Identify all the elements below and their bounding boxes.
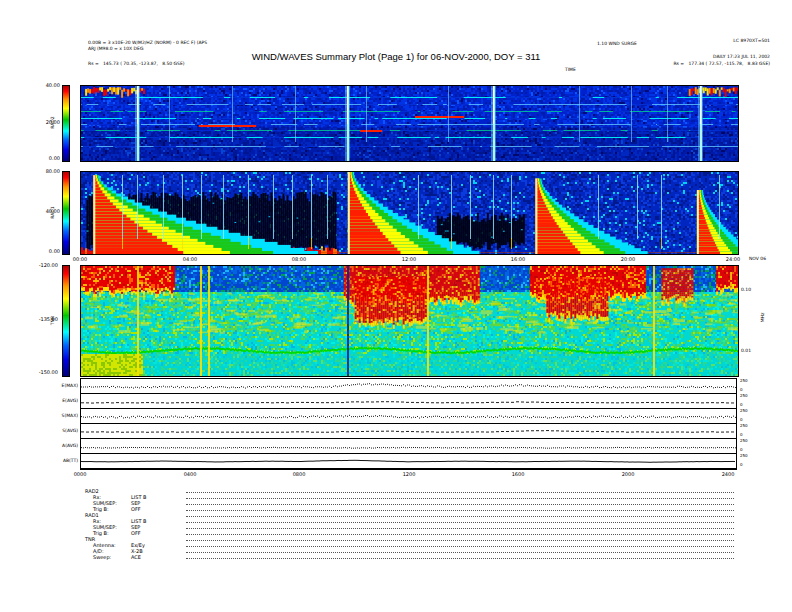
trace-right-tick: 0 bbox=[740, 403, 743, 407]
dotted-leader bbox=[186, 540, 734, 541]
rad2-colorbar bbox=[62, 85, 70, 162]
trace-label: AB(TT) bbox=[40, 458, 78, 463]
dotted-leader bbox=[186, 528, 734, 529]
time-tick: 2400 bbox=[722, 471, 735, 477]
time-tick: 0800 bbox=[293, 471, 306, 477]
trace-right-tick: 250 bbox=[740, 424, 748, 428]
trace-right-tick: 0 bbox=[740, 433, 743, 437]
tnr-spectrogram bbox=[80, 265, 739, 377]
time-tick: 1200 bbox=[403, 471, 416, 477]
rad2-axis-label: RAD2 bbox=[50, 108, 55, 138]
rad1-axis-label: RAD1 bbox=[50, 198, 55, 228]
plot-id-label: LC 8970XT=501 bbox=[660, 38, 770, 43]
trace-right-tick: 250 bbox=[740, 439, 748, 443]
trace-right-tick: 0 bbox=[740, 388, 743, 392]
wind-waves-summary-page: { "header": { "title": "WIND/WAVES Summa… bbox=[0, 0, 792, 612]
trace-right-tick: 250 bbox=[740, 394, 748, 398]
time-tick: 2000 bbox=[622, 471, 635, 477]
version-label: 1.10 WND SURGE bbox=[597, 41, 637, 46]
dotted-leader bbox=[186, 552, 734, 553]
rad1-colorbar bbox=[62, 171, 70, 255]
dotted-leader bbox=[186, 492, 734, 493]
dotted-leader bbox=[186, 546, 734, 547]
trace-right-tick: 250 bbox=[740, 379, 748, 383]
tnr-right-unit: MHz bbox=[760, 308, 765, 328]
trace-right-tick: 0 bbox=[740, 448, 743, 452]
dotted-leader bbox=[186, 534, 734, 535]
time-tick: 1600 bbox=[512, 471, 525, 477]
legend-value: OFF bbox=[131, 530, 183, 536]
time-tick: 08:00 bbox=[292, 256, 306, 262]
instrument-status-legend: RAD2 Rx:LIST B SUM/SEP:SEP Trig B:OFF RA… bbox=[85, 488, 737, 560]
dotted-leader bbox=[186, 504, 734, 505]
colorbar-tick: 40.00 bbox=[30, 82, 60, 88]
rad2-spectrogram bbox=[80, 85, 739, 162]
trace-label: S(MAX) bbox=[40, 413, 78, 418]
line-panel-stack bbox=[80, 378, 737, 470]
trace-label: E(MAX) bbox=[40, 383, 78, 388]
trace-right-tick: 0 bbox=[740, 463, 743, 467]
spacecraft-position-end: Rs = 177.34 ( 72.57, -115.78, 8.83 GSE) bbox=[610, 61, 770, 66]
time-tick: 20:00 bbox=[621, 256, 635, 262]
trace-right-tick: 250 bbox=[740, 409, 748, 413]
time-tick: 16:00 bbox=[511, 256, 525, 262]
legend-row: Sweep:ACE bbox=[85, 554, 737, 560]
colorbar-tick: -150.00 bbox=[28, 369, 58, 375]
colorbar-tick: 80.00 bbox=[30, 168, 60, 174]
time-tick: 0400 bbox=[184, 471, 197, 477]
generation-timestamp: DAILY 17:23 JUL 11, 2002 bbox=[620, 54, 770, 59]
colorbar-tick: 20.00 bbox=[30, 119, 60, 125]
colorbar-tick: 40.00 bbox=[30, 208, 60, 214]
dotted-leader bbox=[186, 558, 734, 559]
trace-label: E(AVG) bbox=[40, 398, 78, 403]
tnr-colorbar bbox=[62, 265, 70, 377]
legend-value: ACE bbox=[131, 554, 183, 560]
trace-label: S(AVG) bbox=[40, 428, 78, 433]
date-label: NOV 06 bbox=[749, 256, 766, 261]
line-panels-canvas bbox=[81, 379, 736, 469]
calibration-note: 0.00B = 3 x10E-20 W/M2/HZ (NORM) - 0 REC… bbox=[88, 40, 207, 45]
colorbar-tick: 0.00 bbox=[30, 248, 60, 254]
rad1-spectrogram bbox=[80, 171, 739, 255]
dotted-leader bbox=[186, 516, 734, 517]
tnr-right-tick: 0.10 bbox=[741, 287, 751, 292]
dotted-leader bbox=[186, 510, 734, 511]
tnr-right-tick: 0.01 bbox=[741, 348, 751, 353]
time-tick: 04:00 bbox=[183, 256, 197, 262]
trace-label: A(AVG) bbox=[40, 443, 78, 448]
tnr-axis-label: TNR bbox=[50, 306, 55, 336]
time-tick: 24:00 bbox=[726, 256, 740, 262]
colorbar-tick: 0.00 bbox=[30, 155, 60, 161]
trace-right-tick: 0 bbox=[740, 418, 743, 422]
time-tick: 12:00 bbox=[402, 256, 416, 262]
legend-label: Sweep: bbox=[85, 554, 131, 560]
dotted-leader bbox=[186, 522, 734, 523]
colorbar-tick: -120.00 bbox=[28, 262, 58, 268]
dotted-leader bbox=[186, 498, 734, 499]
time-tick: 0000 bbox=[74, 471, 87, 477]
trace-right-tick: 250 bbox=[740, 454, 748, 458]
time-tick: 00:00 bbox=[73, 256, 87, 262]
time-axis-title: TIME bbox=[565, 67, 576, 72]
legend-value: OFF bbox=[131, 506, 183, 512]
